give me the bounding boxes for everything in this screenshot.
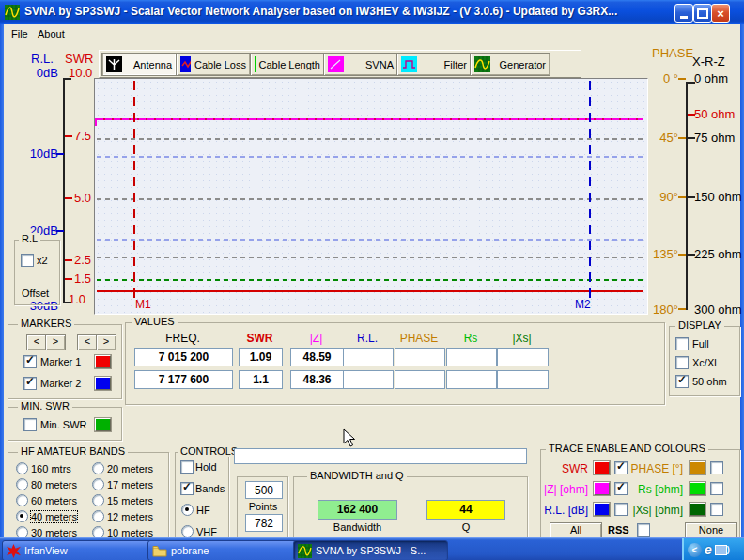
display-50ohm-checkbox[interactable] xyxy=(675,375,689,388)
close-button[interactable]: × xyxy=(711,4,730,23)
marker2-line[interactable] xyxy=(589,81,591,299)
window-border-left xyxy=(0,24,4,537)
ohm-tick-mark xyxy=(688,137,695,139)
marker2-checkbox[interactable] xyxy=(23,377,37,390)
taskbar-button-irfanview[interactable]: IrfanView xyxy=(2,540,152,560)
cable-loss-icon xyxy=(180,56,191,72)
display-full-checkbox[interactable] xyxy=(675,337,689,350)
frequency-input[interactable] xyxy=(234,448,527,464)
points-top-field[interactable]: 500 xyxy=(245,481,283,499)
display-xcxl-label: Xc/Xl xyxy=(692,357,717,368)
collapse-chevron-icon[interactable]: < xyxy=(688,543,702,557)
trace-z-colour-swatch[interactable] xyxy=(594,482,610,495)
m1-phase-field[interactable] xyxy=(395,348,445,366)
trace-swr-colour-swatch[interactable] xyxy=(594,461,610,474)
m1-z-field[interactable]: 48.59 xyxy=(290,348,344,366)
swr-tick-7-5: 7.5 xyxy=(74,129,91,143)
display-xcxl-checkbox[interactable] xyxy=(675,356,689,369)
toolbar-button-antenna[interactable]: Antenna xyxy=(101,53,177,76)
values-header-rs: Rs xyxy=(446,332,495,345)
band-12m-radio[interactable] xyxy=(92,510,104,522)
band-20m-radio[interactable] xyxy=(92,462,104,474)
trace-rs-checkbox[interactable] xyxy=(710,482,723,495)
m1-swr-field[interactable]: 1.09 xyxy=(239,348,283,366)
band-20m-label[interactable]: 20 meters xyxy=(107,463,153,474)
bands-checkbox[interactable] xyxy=(180,482,194,495)
band-17m-label[interactable]: 17 meters xyxy=(107,479,153,490)
trace-rl-colour-swatch[interactable] xyxy=(594,503,610,516)
toolbar-button-svna[interactable]: SVNA xyxy=(323,53,398,76)
hold-checkbox[interactable] xyxy=(180,460,194,474)
band-15m-label[interactable]: 15 meters xyxy=(107,495,153,506)
display-panel: DISPLAY Full Xc/Xl 50 ohm xyxy=(669,326,740,396)
minimize-button[interactable] xyxy=(674,4,693,23)
menu-about[interactable]: About xyxy=(34,27,69,40)
trace-rss-checkbox[interactable] xyxy=(637,523,650,537)
m2-phase-field[interactable] xyxy=(395,370,445,389)
band-17m-radio[interactable] xyxy=(92,478,104,490)
marker2-prev-button[interactable]: < xyxy=(77,334,98,350)
maximize-button[interactable] xyxy=(693,4,712,23)
marker1-checkbox[interactable] xyxy=(23,355,37,368)
rl-offset-label[interactable]: Offset xyxy=(22,288,49,299)
title-bar[interactable]: SVNA by SP3SWJ - Scalar Vector Network A… xyxy=(0,0,744,24)
marker1-prev-button[interactable]: < xyxy=(26,334,47,350)
trace-phase-colour-swatch[interactable] xyxy=(690,461,705,474)
band-60m-radio[interactable] xyxy=(16,494,28,506)
m2-xs-field[interactable] xyxy=(497,370,549,389)
menu-file[interactable]: File xyxy=(8,27,32,40)
toolbar-button-generator[interactable]: Generator xyxy=(470,53,550,76)
toolbar-button-filter[interactable]: Filter xyxy=(396,53,472,76)
ohm-tick-50: 50 ohm xyxy=(694,107,735,121)
marker1-colour-swatch[interactable] xyxy=(95,355,111,368)
rl-tick-10db: 10dB xyxy=(17,147,58,161)
band-160m-radio[interactable] xyxy=(16,462,28,474)
band-15m-radio[interactable] xyxy=(92,494,104,506)
marker2-colour-swatch[interactable] xyxy=(95,377,111,390)
trace-z-checkbox[interactable] xyxy=(614,482,628,495)
rl-x2-checkbox[interactable] xyxy=(21,254,34,267)
points-bottom-field[interactable]: 782 xyxy=(245,514,283,532)
bands-panel-title: HF AMATEUR BANDS xyxy=(18,445,128,457)
sweep-chart-plot[interactable]: M1 M2 xyxy=(94,78,648,315)
band-80m-label[interactable]: 80 meters xyxy=(31,479,77,490)
volume-monitor-icon[interactable]: ) xyxy=(715,545,730,555)
marker1-line[interactable] xyxy=(133,81,135,299)
band-40m-radio[interactable] xyxy=(16,510,28,522)
band-40m-label[interactable]: 40 meters xyxy=(31,511,77,522)
m1-rs-field[interactable] xyxy=(446,348,497,366)
toolbar-button-cable-length[interactable]: Cable Length xyxy=(250,53,325,76)
taskbar-button-pobrane[interactable]: pobrane xyxy=(147,540,299,560)
m1-rl-field[interactable] xyxy=(343,348,394,366)
marker2-next-button[interactable]: > xyxy=(96,334,116,350)
min-swr-checkbox[interactable] xyxy=(23,418,37,431)
trace-phase-checkbox[interactable] xyxy=(710,461,723,474)
internet-explorer-icon[interactable]: e xyxy=(705,542,712,557)
vhf-radio[interactable] xyxy=(181,525,194,537)
min-swr-panel: MIN. SWR Min. SWR xyxy=(8,407,122,441)
toolbar-button-cable-loss[interactable]: Cable Loss xyxy=(176,53,251,76)
band-12m-label[interactable]: 12 meters xyxy=(107,511,153,522)
band-80m-radio[interactable] xyxy=(16,478,28,490)
trace-xs-colour-swatch[interactable] xyxy=(690,503,705,516)
min-swr-checkbox-label: Min. SWR xyxy=(40,419,87,430)
band-60m-label[interactable]: 60 meters xyxy=(31,495,77,506)
band-160m-label[interactable]: 160 mtrs xyxy=(31,463,71,474)
ohm-tick-mark xyxy=(688,196,695,198)
m2-rs-field[interactable] xyxy=(446,370,497,389)
min-swr-colour-swatch[interactable] xyxy=(95,418,111,431)
trace-xs-checkbox[interactable] xyxy=(710,503,723,516)
m2-freq-field[interactable]: 7 177 600 xyxy=(134,370,233,389)
m2-swr-field[interactable]: 1.1 xyxy=(239,370,283,389)
m2-z-field[interactable]: 48.36 xyxy=(290,370,344,389)
marker1-next-button[interactable]: > xyxy=(45,334,66,350)
trace-rs-colour-swatch[interactable] xyxy=(690,482,705,495)
m2-rl-field[interactable] xyxy=(343,370,394,389)
taskbar-button-svna[interactable]: SVNA by SP3SWJ - S... xyxy=(293,540,448,560)
m1-freq-field[interactable]: 7 015 200 xyxy=(134,348,233,366)
hf-label: HF xyxy=(196,505,210,516)
m1-xs-field[interactable] xyxy=(497,348,549,366)
hf-radio[interactable] xyxy=(181,504,194,516)
svna-icon xyxy=(328,56,344,72)
trace-swr-checkbox[interactable] xyxy=(614,461,628,474)
